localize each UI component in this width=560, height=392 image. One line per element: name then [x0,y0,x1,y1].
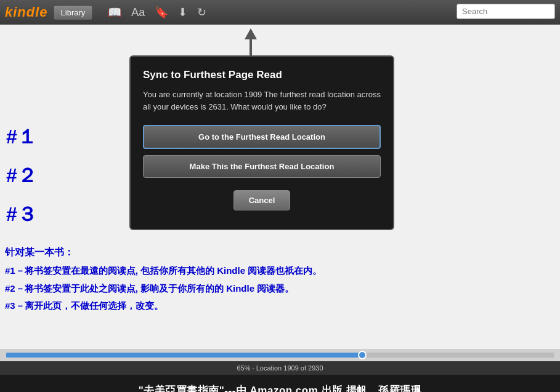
dialog-message: You are currently at location 1909 The f… [143,89,381,113]
annotations: #１ #２ #３ [6,123,37,239]
font-icon[interactable]: Aa [131,6,145,19]
desc-intro: 针对某一本书： [5,246,555,259]
search-input[interactable] [457,4,555,19]
cancel-row: Cancel [143,184,381,217]
progress-area[interactable] [0,349,560,361]
annotation-1: #１ [6,123,37,151]
progress-fill [6,353,362,358]
status-text: 65% · Location 1909 of 2930 [237,364,323,372]
kindle-logo: kindle [5,4,48,20]
sync-arrow [250,30,252,55]
content-area: Sync to Furthest Page Read You are curre… [0,25,560,361]
make-furthest-button[interactable]: Make This the Furthest Read Location [143,155,381,178]
bottom-text: "去美亞買書指南"---由 Amazon.com 出版 揚帆，孫羅瑪珮 [139,383,422,393]
bottom-bar: "去美亞買書指南"---由 Amazon.com 出版 揚帆，孫羅瑪珮 [0,375,560,392]
sync-icon[interactable]: ↻ [197,6,206,19]
bookmark-icon[interactable]: 🔖 [155,6,168,19]
annotation-3: #３ [6,201,37,228]
progress-thumb [358,351,367,359]
dialog-title: Sync to Furthest Page Read [143,69,381,81]
cancel-button[interactable]: Cancel [233,190,291,210]
download-icon[interactable]: ⬇ [178,6,187,19]
desc-line-2: #2－将书签安置于此处之阅读点, 影响及于你所有的的 Kindle 阅读器。 [5,282,555,296]
status-bar: 65% · Location 1909 of 2930 [0,361,560,375]
arrow-head [245,28,257,39]
desc-line-3: #3－离开此页，不做任何选择，改变。 [5,299,555,313]
library-button[interactable]: Library [53,5,94,20]
arrow-shaft [250,38,252,55]
sync-dialog: Sync to Furthest Page Read You are curre… [129,55,394,230]
go-furthest-button[interactable]: Go to the Furthest Read Location [143,125,381,149]
desc-line-1: #1－将书签安置在最遠的阅读点, 包括你所有其他的 Kindle 阅读器也祇在内… [5,264,555,278]
description-block: 针对某一本书： #1－将书签安置在最遠的阅读点, 包括你所有其他的 Kindle… [5,246,555,317]
progress-bar[interactable] [6,353,554,358]
annotation-2: #２ [6,162,37,190]
book-icon[interactable]: 📖 [108,6,121,19]
toolbar: kindle Library 📖 Aa 🔖 ⬇ ↻ [0,0,560,25]
